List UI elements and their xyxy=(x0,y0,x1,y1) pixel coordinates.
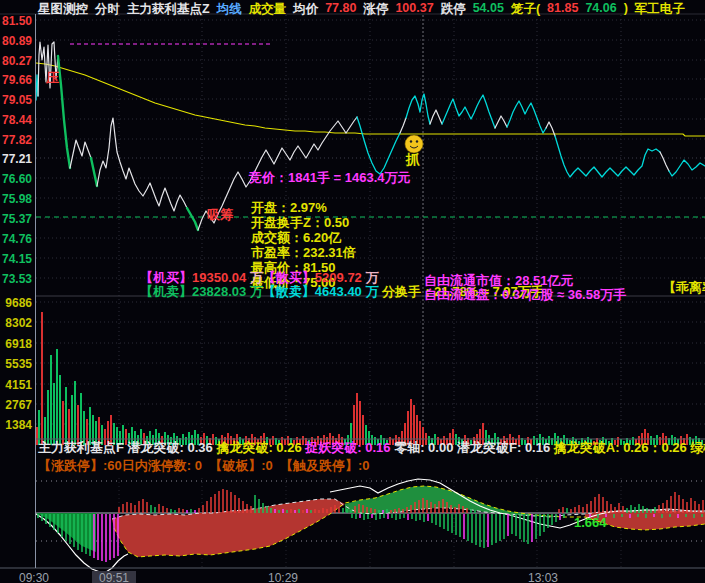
header-item-0[interactable]: 星图测控 xyxy=(38,1,88,18)
inst-buy-row-segment: 【散买】 xyxy=(263,270,315,285)
grab-label: 抓 xyxy=(406,152,420,166)
bias-label-segment: 【乖离率 xyxy=(663,280,705,295)
free-float-shares-segment: 自由流通盘：0.37亿股 ≈ 36.58万手 xyxy=(424,287,626,302)
trading-app-window: 星图测控分时主力获利基点Z均线成交量均价77.80涨停100.37跌停54.05… xyxy=(0,0,705,583)
indicator-title-row: 主力获利基点F 潜龙突破: 0.36 擒龙突破: 0.26 捉妖突破: 0.16… xyxy=(38,441,705,454)
header-item-5[interactable]: 均价 xyxy=(293,1,318,18)
indicator-title-row-segment: 零轴: 0.00 xyxy=(394,440,457,455)
limit-stats-row: 【涨跌停】:60日内涨停数: 0 【破板】:0 【触及跌停】:0 xyxy=(38,459,370,472)
volume-axis-label: 4151 xyxy=(0,378,32,392)
auction-info-segment: 竞价：1841手 = 1463.4万元 xyxy=(249,170,411,185)
header-item-14[interactable]: ) xyxy=(624,1,628,18)
volume-axis-label: 5535 xyxy=(0,357,32,371)
limit-stats-row-segment: 【涨跌停】:60日内涨停数: 0 【破板】:0 【触及跌停】:0 xyxy=(38,458,370,473)
indicator-title-row-segment: 擒龙突破A: 0.26：0.26 xyxy=(554,440,691,455)
header-item-7[interactable]: 涨停 xyxy=(363,1,388,18)
indicator-value-label-segment: 1.664 xyxy=(574,515,607,530)
indicator-title-row-segment: 潜龙突破F: 0.16 xyxy=(457,440,554,455)
volume-axis-label: 1384 xyxy=(0,418,32,432)
header-item-8[interactable]: 100.37 xyxy=(395,1,433,18)
header-item-3[interactable]: 均线 xyxy=(217,1,242,18)
absorb-label-segment: 吸筹 xyxy=(207,207,233,222)
pe-ratio: 市盈率：232.31倍 xyxy=(251,246,356,259)
pressure-label: 压 xyxy=(46,71,59,84)
header-item-15[interactable]: 军工电子 xyxy=(635,1,685,18)
inst-sell-row-segment: 23828.03 xyxy=(192,284,250,299)
volume-axis-label: 2767 xyxy=(0,398,32,412)
open-turnover-z-segment: 开盘换手Z：0.50 xyxy=(251,215,349,230)
price-axis-label: 79.05 xyxy=(0,93,32,107)
inst-buy-row: 【机买】19350.04 万【散买】5209.72 万 xyxy=(140,271,378,284)
turnover-amount: 成交额：6.20亿 xyxy=(251,231,341,244)
header-item-4[interactable]: 成交量 xyxy=(249,1,287,18)
volume-axis-label: 6918 xyxy=(0,337,32,351)
indicator-title-row-segment: 绿柱S: -0 xyxy=(690,440,705,455)
header-toolbar: 星图测控分时主力获利基点Z均线成交量均价77.80涨停100.37跌停54.05… xyxy=(38,1,685,18)
turnover-amount-segment: 成交额：6.20亿 xyxy=(251,230,341,245)
header-item-1[interactable]: 分时 xyxy=(95,1,120,18)
indicator-title-row-segment: 擒龙突破: 0.26 xyxy=(216,440,305,455)
inst-buy-row-segment: 万 xyxy=(250,270,263,285)
free-float-cap: 自由流通市值：28.51亿元 xyxy=(424,274,574,287)
time-axis-label: 09:30 xyxy=(12,571,56,583)
time-axis-label: 10:29 xyxy=(261,571,305,583)
price-axis-label: 80.89 xyxy=(0,34,32,48)
price-axis-label: 78.44 xyxy=(0,113,32,127)
header-item-13[interactable]: 74.06 xyxy=(585,1,616,18)
open-turnover-z: 开盘换手Z：0.50 xyxy=(251,216,349,229)
inst-sell-row-segment: 【散卖】 xyxy=(263,284,315,299)
inst-buy-row-segment: 【机买】 xyxy=(140,270,192,285)
price-axis-label: 73.53 xyxy=(0,272,32,286)
price-axis-label: 74.76 xyxy=(0,232,32,246)
price-axis-label: 77.82 xyxy=(0,133,32,147)
inst-sell-row-segment: 万 xyxy=(365,284,382,299)
price-axis-label: 75.37 xyxy=(0,212,32,226)
inst-sell-row-segment: 4643.40 xyxy=(315,284,366,299)
price-axis-label: 74.15 xyxy=(0,252,32,266)
price-axis-label: 76.60 xyxy=(0,172,32,186)
absorb-label: 吸筹 xyxy=(207,208,233,221)
inst-sell-row-segment: 【机卖】 xyxy=(140,284,192,299)
indicator-title-row-segment: 捉妖突破: 0.16 xyxy=(305,440,394,455)
volume-axis-label: 8302 xyxy=(0,316,32,330)
price-axis-label: 77.21 xyxy=(0,152,32,166)
price-axis-label: 81.50 xyxy=(0,14,32,28)
indicator-value-label: 1.664 xyxy=(574,516,607,529)
header-item-10[interactable]: 54.05 xyxy=(473,1,504,18)
inst-buy-row-segment: 万 xyxy=(365,270,378,285)
price-axis-label: 79.66 xyxy=(0,73,32,87)
indicator-title-row-segment: 潜龙突破: 0.36 xyxy=(128,440,217,455)
header-item-2[interactable]: 主力获利基点Z xyxy=(127,1,210,18)
pressure-label-segment: 压 xyxy=(46,70,59,85)
bias-label: 【乖离率 xyxy=(663,281,705,294)
auction-info: 竞价：1841手 = 1463.4万元 xyxy=(249,171,411,184)
price-axis-label: 75.98 xyxy=(0,192,32,206)
grab-label-segment: 抓 xyxy=(406,151,420,167)
price-axis-label: 80.27 xyxy=(0,54,32,68)
inst-buy-row-segment: 5209.72 xyxy=(315,270,366,285)
inst-sell-row-segment: 万 xyxy=(250,284,263,299)
open-pct-segment: 开盘：2.97% xyxy=(251,200,327,215)
inst-buy-row-segment: 19350.04 xyxy=(192,270,250,285)
free-float-cap-segment: 自由流通市值：28.51亿元 xyxy=(424,273,574,288)
header-item-9[interactable]: 跌停 xyxy=(441,1,466,18)
free-float-shares: 自由流通盘：0.37亿股 ≈ 36.58万手 xyxy=(424,288,626,301)
header-item-6[interactable]: 77.80 xyxy=(325,1,356,18)
indicator-title-row-segment: 主力获利基点F xyxy=(38,440,128,455)
time-axis-label: 13:03 xyxy=(521,571,565,583)
volume-axis-label: 9686 xyxy=(0,296,32,310)
header-item-11[interactable]: 笼子( xyxy=(511,1,540,18)
pe-ratio-segment: 市盈率：232.31倍 xyxy=(251,245,356,260)
open-pct: 开盘：2.97% xyxy=(251,201,327,214)
time-axis-label: 09:51 xyxy=(92,571,136,583)
header-item-12[interactable]: 81.85 xyxy=(547,1,578,18)
